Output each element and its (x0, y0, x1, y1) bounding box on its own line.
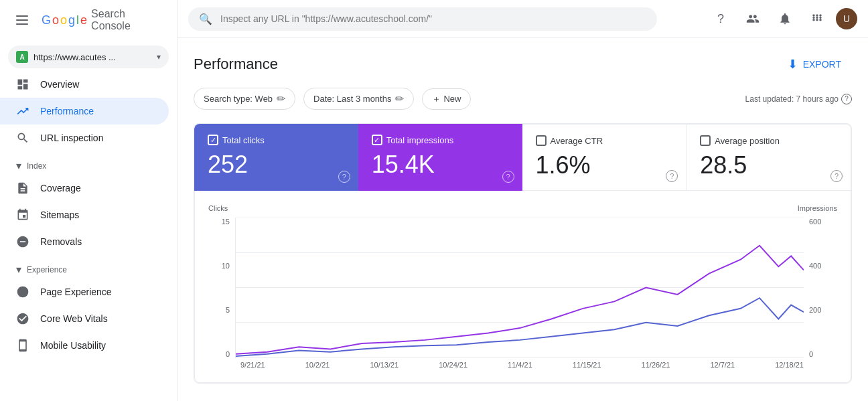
avatar[interactable]: U (836, 8, 857, 29)
site-url: https://www.acutes ... (33, 52, 151, 62)
date-range-filter[interactable]: Date: Last 3 months ✏ (303, 88, 414, 110)
total-clicks-value: 252 (208, 151, 345, 179)
new-filter-button[interactable]: ＋ New (422, 88, 471, 110)
sidebar-item-url-inspection-label: URL inspection (40, 133, 103, 143)
clicks-axis-label: Clicks (208, 204, 228, 212)
chart-container: Clicks Impressions 15 10 5 0 (194, 191, 851, 383)
sidebar-item-sitemaps[interactable]: Sitemaps (0, 202, 169, 228)
total-impressions-value: 15.4K (372, 151, 509, 179)
experience-chevron-icon: ▾ (16, 263, 21, 276)
sidebar-item-coverage-label: Coverage (40, 183, 81, 193)
chart-area (235, 218, 804, 358)
plus-icon: ＋ (432, 93, 441, 105)
y-axis-right: 600 400 200 0 (804, 218, 837, 358)
average-position-checkbox[interactable] (700, 135, 711, 146)
performance-icon (16, 104, 29, 118)
date-range-edit-icon: ✏ (395, 92, 404, 105)
apps-icon[interactable] (804, 5, 830, 32)
average-ctr-value: 1.6% (536, 151, 673, 179)
sidebar-item-core-web-vitals-label: Core Web Vitals (40, 313, 108, 324)
experience-section-header[interactable]: ▾ Experience (0, 255, 177, 278)
help-icon[interactable]: ? (707, 5, 734, 32)
sidebar-item-overview[interactable]: Overview (0, 71, 169, 98)
search-bar[interactable]: 🔍 (188, 7, 657, 31)
search-type-edit-icon: ✏ (277, 92, 285, 105)
search-input[interactable] (220, 13, 646, 24)
google-search-console-logo: Google Search Console (42, 8, 166, 32)
search-icon: 🔍 (199, 13, 212, 25)
average-ctr-checkbox[interactable] (536, 135, 547, 146)
export-button[interactable]: ⬇ EXPORT (777, 52, 852, 77)
sidebar-item-core-web-vitals[interactable]: Core Web Vitals (0, 305, 169, 332)
sidebar-item-performance[interactable]: Performance (0, 98, 169, 125)
metrics-row: Total clicks 252 ? Total impressions 15.… (194, 124, 851, 191)
topbar-icons: ? U (707, 5, 857, 32)
sidebar-item-removals[interactable]: Removals (0, 228, 169, 255)
manage-users-icon[interactable] (739, 5, 766, 32)
search-type-label: Search type: Web (204, 94, 273, 104)
search-type-filter[interactable]: Search type: Web ✏ (194, 88, 295, 110)
average-position-value: 28.5 (700, 151, 837, 179)
metric-average-position-label-row: Average position (700, 135, 837, 146)
last-updated: Last updated: 7 hours ago ? (745, 94, 852, 104)
content-header: Performance ⬇ EXPORT (194, 52, 852, 77)
index-chevron-icon: ▾ (16, 159, 21, 172)
overview-icon (16, 78, 29, 91)
date-range-label: Date: Last 3 months (313, 94, 391, 104)
average-position-label: Average position (715, 136, 780, 146)
sidebar-item-mobile-usability[interactable]: Mobile Usability (0, 332, 169, 359)
core-web-vitals-icon (16, 312, 29, 325)
metric-average-ctr[interactable]: Average CTR 1.6% ? (522, 124, 687, 191)
average-ctr-label: Average CTR (551, 136, 603, 146)
metric-total-impressions[interactable]: Total impressions 15.4K ? (358, 124, 522, 191)
metric-total-impressions-label-row: Total impressions (372, 135, 509, 145)
experience-section-label: Experience (27, 265, 67, 274)
sitemaps-icon (16, 208, 29, 222)
new-button-label: New (443, 94, 461, 104)
filter-bar: Search type: Web ✏ Date: Last 3 months ✏… (194, 88, 852, 110)
metric-average-position[interactable]: Average position 28.5 ? (686, 124, 851, 191)
average-position-help-icon[interactable]: ? (830, 170, 843, 182)
total-clicks-help-icon[interactable]: ? (338, 171, 350, 183)
total-clicks-label: Total clicks (222, 135, 265, 145)
chart-svg (236, 218, 804, 357)
total-impressions-label: Total impressions (386, 135, 453, 145)
performance-card: Total clicks 252 ? Total impressions 15.… (194, 123, 852, 384)
sidebar-header: Google Search Console (0, 0, 177, 40)
sidebar-item-coverage[interactable]: Coverage (0, 175, 169, 202)
total-clicks-checkbox[interactable] (208, 135, 218, 145)
coverage-icon (16, 181, 29, 195)
x-axis: 9/21/21 10/2/21 10/13/21 10/24/21 11/4/2… (208, 358, 804, 369)
hamburger-icon[interactable] (11, 10, 33, 30)
metric-total-clicks[interactable]: Total clicks 252 ? (194, 124, 358, 191)
sidebar-item-mobile-usability-label: Mobile Usability (40, 340, 106, 351)
url-inspection-icon (16, 131, 29, 145)
sidebar-item-sitemaps-label: Sitemaps (40, 210, 79, 220)
main-content: 🔍 ? U Performance ⬇ EXPORT (177, 0, 868, 401)
sidebar-item-page-experience[interactable]: Page Experience (0, 278, 169, 305)
sidebar-item-url-inspection[interactable]: URL inspection (0, 125, 169, 151)
topbar: 🔍 ? U (177, 0, 868, 38)
notifications-icon[interactable] (772, 5, 798, 32)
sidebar: Google Search Console A https://www.acut… (0, 0, 177, 401)
page-title: Performance (194, 56, 278, 73)
content-area: Performance ⬇ EXPORT Search type: Web ✏ … (177, 38, 868, 401)
y-axis-left: 15 10 5 0 (208, 218, 235, 358)
metric-average-ctr-label-row: Average CTR (536, 135, 673, 146)
total-impressions-help-icon[interactable]: ? (502, 171, 514, 183)
export-icon: ⬇ (788, 57, 798, 72)
last-updated-help-icon[interactable]: ? (841, 94, 852, 104)
site-favicon: A (16, 51, 28, 63)
site-selector[interactable]: A https://www.acutes ... ▾ (8, 46, 169, 68)
sidebar-item-removals-label: Removals (40, 236, 82, 247)
index-section-header[interactable]: ▾ Index (0, 151, 177, 175)
site-dropdown-arrow-icon: ▾ (157, 52, 161, 62)
sidebar-item-page-experience-label: Page Experience (40, 287, 112, 297)
svg-point-0 (17, 287, 29, 298)
average-ctr-help-icon[interactable]: ? (666, 170, 678, 182)
total-impressions-checkbox[interactable] (372, 135, 382, 145)
removals-icon (16, 235, 29, 248)
sidebar-item-performance-label: Performance (40, 106, 94, 116)
mobile-usability-icon (16, 339, 29, 352)
index-section-label: Index (27, 161, 46, 171)
